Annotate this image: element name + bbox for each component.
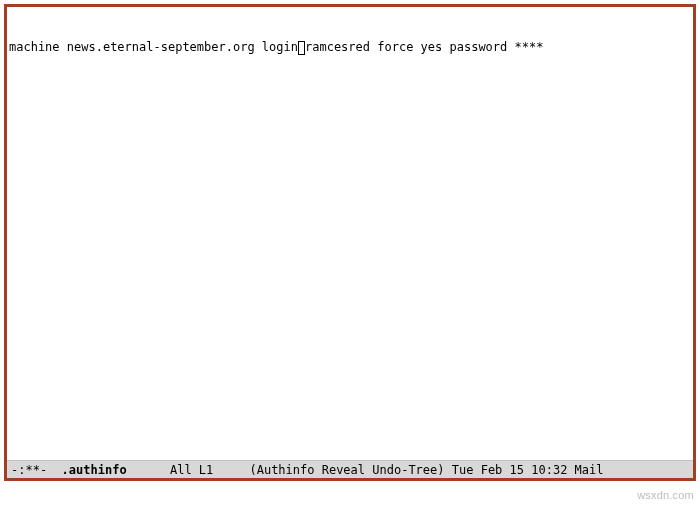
mode-line-state: -:**- [11,463,47,477]
mode-line-extra: Mail [575,463,604,477]
emacs-window-frame: machine news.eternal-september.org login… [4,4,696,481]
buffer-area[interactable]: machine news.eternal-september.org login… [7,7,693,460]
echo-area[interactable] [4,483,696,501]
mode-line-position: All L1 [170,463,213,477]
buffer-line-1[interactable]: machine news.eternal-september.org login… [9,40,691,56]
buffer-text-before-cursor[interactable]: machine news.eternal-september.org login [9,40,298,54]
watermark: wsxdn.com [637,489,694,501]
text-cursor [298,41,305,55]
mode-line-modes[interactable]: (Authinfo Reveal Undo-Tree) [249,463,444,477]
mode-line-buffer-name[interactable]: .authinfo [62,463,127,477]
buffer-text-after-cursor[interactable]: ramcesred force yes password **** [305,40,543,54]
mode-line[interactable]: -:**- .authinfo All L1 (Authinfo Reveal … [7,460,693,478]
mode-line-datetime: Tue Feb 15 10:32 [452,463,568,477]
